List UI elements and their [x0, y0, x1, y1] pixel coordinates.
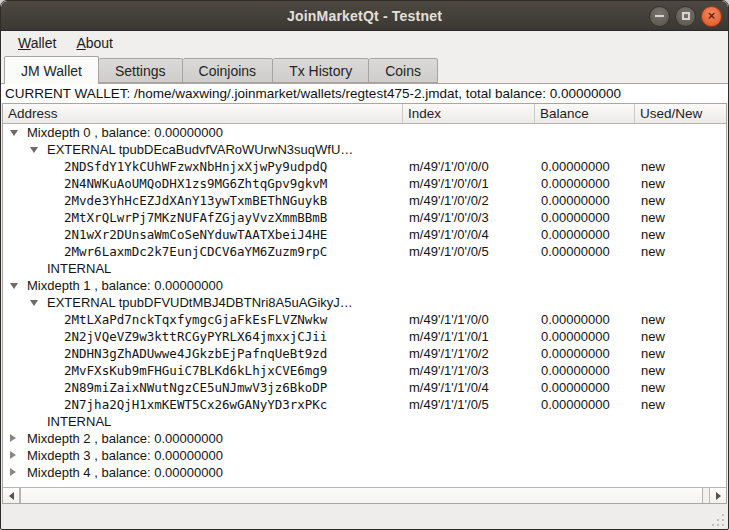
tree-row-branch[interactable]: EXTERNAL tpubDFVUDtMBJ4DBTNri8A5uAGikyJ…: [3, 294, 726, 311]
used-new-cell: new: [641, 345, 665, 362]
minimize-button[interactable]: [649, 6, 670, 27]
resize-grip[interactable]: [709, 511, 724, 526]
balance-cell: 0.00000000: [541, 158, 610, 175]
status-bar: [1, 504, 728, 529]
index-cell: m/49'/1'/1'/0/5: [409, 396, 489, 413]
expand-arrow-open-icon[interactable]: [10, 283, 18, 289]
column-header-index[interactable]: Index: [403, 104, 535, 123]
column-header-balance[interactable]: Balance: [535, 104, 635, 123]
address-cell: 2N7jha2QjH1xmKEWT5Cx26wGANyYD3rxPKc: [64, 396, 327, 413]
tree-row-branch[interactable]: INTERNAL: [3, 413, 726, 430]
tree-row-branch[interactable]: INTERNAL: [3, 260, 726, 277]
index-cell: m/49'/1'/1'/0/1: [409, 328, 489, 345]
index-cell: m/49'/1'/0'/0/1: [409, 175, 489, 192]
address-cell: 2NDHN3gZhADUwwe4JGkzbEjPafnqUeBt9zd: [64, 345, 327, 362]
used-new-cell: new: [641, 192, 665, 209]
used-new-cell: new: [641, 158, 665, 175]
tree-row-address[interactable]: 2Mwr6LaxmDc2k7EunjCDCV6aYM6Zuzm9rpCm/49'…: [3, 243, 726, 260]
balance-cell: 0.00000000: [541, 311, 610, 328]
address-cell: 2MtXrQLwrPj7MKzNUFAfZGjayVvzXmmBBmB: [64, 209, 327, 226]
tree-row-address[interactable]: 2MtXrQLwrPj7MKzNUFAfZGjayVvzXmmBBmBm/49'…: [3, 209, 726, 226]
close-button[interactable]: ×: [701, 6, 722, 27]
tree-row-address[interactable]: 2N4NWKuAoUMQoDHX1zs9MG6ZhtqGpv9gkvMm/49'…: [3, 175, 726, 192]
index-cell: m/49'/1'/1'/0/2: [409, 345, 489, 362]
used-new-cell: new: [641, 328, 665, 345]
tree-row-address[interactable]: 2MvFXsKub9mFHGuiC7BLKd6kLhjxCVE6mg9m/49'…: [3, 362, 726, 379]
tree-body[interactable]: Mixdepth 0 , balance: 0.00000000EXTERNAL…: [3, 124, 726, 487]
menu-item-wallet[interactable]: Wallet: [9, 33, 65, 53]
mixdepth-label: Mixdepth 1 , balance: 0.00000000: [27, 277, 223, 294]
expand-arrow-closed-icon[interactable]: [10, 451, 16, 459]
horizontal-scrollbar[interactable]: [3, 487, 726, 503]
titlebar[interactable]: JoinMarketQt - Testnet ×: [1, 1, 728, 31]
balance-cell: 0.00000000: [541, 243, 610, 260]
expand-arrow-closed-icon[interactable]: [10, 468, 16, 476]
address-cell: 2N1wXr2DUnsaWmCoSeNYduwTAATXbeiJ4HE: [64, 226, 327, 243]
maximize-button[interactable]: [675, 6, 696, 27]
index-cell: m/49'/1'/0'/0/0: [409, 158, 489, 175]
tree-row-mixdepth[interactable]: Mixdepth 0 , balance: 0.00000000: [3, 124, 726, 141]
tree-row-address[interactable]: 2N7jha2QjH1xmKEWT5Cx26wGANyYD3rxPKcm/49'…: [3, 396, 726, 413]
scroll-left-icon: [9, 492, 14, 500]
expand-arrow-closed-icon[interactable]: [10, 434, 16, 442]
tree-row-address[interactable]: 2NDHN3gZhADUwwe4JGkzbEjPafnqUeBt9zdm/49'…: [3, 345, 726, 362]
address-cell: 2Mvde3YhHcEZJdXAnY13ywTxmBEThNGuykB: [64, 192, 327, 209]
tab-settings[interactable]: Settings: [99, 58, 183, 83]
tab-coinjoins[interactable]: Coinjoins: [183, 58, 274, 83]
scroll-left-button[interactable]: [3, 488, 20, 503]
tree-row-address[interactable]: 2NDSfdY1YkCUhWFzwxNbHnjxXjwPy9udpdQm/49'…: [3, 158, 726, 175]
tree-row-mixdepth[interactable]: Mixdepth 1 , balance: 0.00000000: [3, 277, 726, 294]
tree-row-mixdepth[interactable]: Mixdepth 4 , balance: 0.00000000: [3, 464, 726, 481]
tree-row-mixdepth[interactable]: Mixdepth 3 , balance: 0.00000000: [3, 447, 726, 464]
window-title: JoinMarketQt - Testnet: [287, 8, 442, 24]
tab-bar: JM WalletSettingsCoinjoinsTx HistoryCoin…: [1, 55, 728, 83]
tree-row-branch[interactable]: EXTERNAL tpubDEcaBudvfVARoWUrwN3suqWfU…: [3, 141, 726, 158]
index-cell: m/49'/1'/1'/0/4: [409, 379, 489, 396]
address-cell: 2N2jVQeVZ9w3kttRCGyPYRLX64jmxxjCJii: [64, 328, 327, 345]
minimize-icon: [655, 15, 664, 17]
column-header-address[interactable]: Address: [3, 104, 403, 123]
index-cell: m/49'/1'/0'/0/3: [409, 209, 489, 226]
used-new-cell: new: [641, 379, 665, 396]
tree-row-address[interactable]: 2MtLXaPd7nckTqxfymgcGjaFkEsFLVZNwkwm/49'…: [3, 311, 726, 328]
used-new-cell: new: [641, 311, 665, 328]
balance-cell: 0.00000000: [541, 362, 610, 379]
tree-row-address[interactable]: 2N2jVQeVZ9w3kttRCGyPYRLX64jmxxjCJiim/49'…: [3, 328, 726, 345]
balance-cell: 0.00000000: [541, 209, 610, 226]
tree-row-mixdepth[interactable]: Mixdepth 2 , balance: 0.00000000: [3, 430, 726, 447]
used-new-cell: new: [641, 362, 665, 379]
tab-jm-wallet[interactable]: JM Wallet: [4, 56, 99, 84]
address-cell: 2MvFXsKub9mFHGuiC7BLKd6kLhjxCVE6mg9: [64, 362, 327, 379]
address-cell: 2N89miZaixNWutNgzCE5uNJmwV3jz6BkoDP: [64, 379, 327, 396]
tree-row-address[interactable]: 2N89miZaixNWutNgzCE5uNJmwV3jz6BkoDPm/49'…: [3, 379, 726, 396]
expand-arrow-open-icon[interactable]: [30, 147, 38, 153]
used-new-cell: new: [641, 209, 665, 226]
balance-cell: 0.00000000: [541, 396, 610, 413]
branch-label: INTERNAL: [47, 260, 111, 277]
address-cell: 2MtLXaPd7nckTqxfymgcGjaFkEsFLVZNwkw: [64, 311, 327, 328]
expand-arrow-open-icon[interactable]: [30, 300, 38, 306]
branch-label: EXTERNAL tpubDEcaBudvfVARoWUrwN3suqWfU…: [47, 141, 353, 158]
tab-tx-history[interactable]: Tx History: [273, 58, 369, 83]
wallet-tree: AddressIndexBalanceUsed/New Mixdepth 0 ,…: [2, 103, 727, 504]
mixdepth-label: Mixdepth 2 , balance: 0.00000000: [27, 430, 223, 447]
app-window: JoinMarketQt - Testnet × WalletAbout JM …: [0, 0, 729, 530]
scroll-right-button[interactable]: [709, 488, 726, 503]
balance-cell: 0.00000000: [541, 328, 610, 345]
expand-arrow-open-icon[interactable]: [10, 130, 18, 136]
branch-label: EXTERNAL tpubDFVUDtMBJ4DBTNri8A5uAGikyJ…: [47, 294, 353, 311]
used-new-cell: new: [641, 396, 665, 413]
menubar: WalletAbout: [1, 31, 728, 55]
current-wallet-banner: CURRENT WALLET: /home/waxwing/.joinmarke…: [1, 83, 728, 103]
tree-row-address[interactable]: 2Mvde3YhHcEZJdXAnY13ywTxmBEThNGuykBm/49'…: [3, 192, 726, 209]
column-header-used-new[interactable]: Used/New: [635, 104, 726, 123]
mixdepth-label: Mixdepth 4 , balance: 0.00000000: [27, 464, 223, 481]
balance-cell: 0.00000000: [541, 345, 610, 362]
close-icon: ×: [708, 9, 716, 22]
tree-row-address[interactable]: 2N1wXr2DUnsaWmCoSeNYduwTAATXbeiJ4HEm/49'…: [3, 226, 726, 243]
menu-item-about[interactable]: About: [67, 33, 122, 53]
index-cell: m/49'/1'/1'/0/3: [409, 362, 489, 379]
scrollbar-thumb[interactable]: [20, 488, 703, 503]
mixdepth-label: Mixdepth 3 , balance: 0.00000000: [27, 447, 223, 464]
tab-coins[interactable]: Coins: [369, 58, 438, 83]
